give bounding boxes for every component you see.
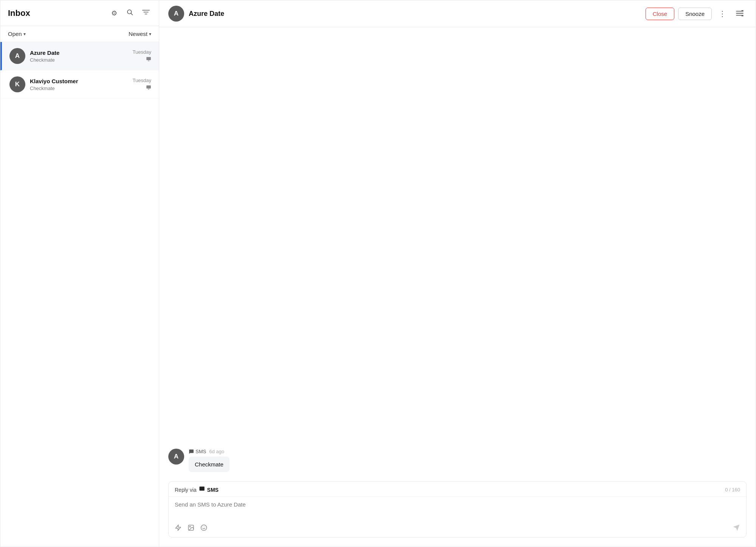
status-filter[interactable]: Open ▾ bbox=[8, 31, 26, 37]
avatar-right-header: A bbox=[168, 6, 184, 22]
filter-button[interactable] bbox=[141, 7, 151, 19]
svg-marker-19 bbox=[733, 525, 740, 531]
reply-footer bbox=[169, 521, 746, 537]
conv-info-klaviyo: Klaviyo Customer Checkmate bbox=[30, 78, 130, 91]
inbox-title: Inbox bbox=[8, 8, 30, 18]
search-button[interactable] bbox=[125, 7, 135, 19]
emoji-icon bbox=[200, 525, 207, 533]
right-panel-title: Azure Date bbox=[189, 10, 224, 18]
message-meta: SMS 6d ago bbox=[189, 449, 230, 454]
emoji-button[interactable] bbox=[200, 524, 207, 533]
conv-name-azure-date: Azure Date bbox=[30, 50, 130, 56]
status-label: Open bbox=[8, 31, 22, 37]
header-icons: ⚙ bbox=[110, 7, 151, 19]
reply-header: Reply via SMS 0 / 160 bbox=[169, 482, 746, 497]
svg-point-16 bbox=[201, 525, 207, 531]
message-content: Checkmate bbox=[195, 461, 224, 468]
settings-button[interactable]: ⚙ bbox=[110, 8, 119, 19]
message-bubble-wrapper: SMS 6d ago Checkmate bbox=[189, 449, 230, 472]
more-options-button[interactable]: ⋮ bbox=[716, 8, 729, 20]
settings-icon: ⚙ bbox=[111, 9, 117, 17]
reply-tools bbox=[175, 524, 207, 533]
conv-meta-azure-date: Tuesday bbox=[133, 49, 151, 63]
filter-icon bbox=[142, 9, 150, 17]
close-button[interactable]: Close bbox=[646, 8, 674, 20]
reply-box: Reply via SMS 0 / 160 bbox=[168, 481, 747, 538]
conversation-list: A Azure Date Checkmate Tuesday K Klaviyo… bbox=[0, 42, 159, 547]
conv-info-azure-date: Azure Date Checkmate bbox=[30, 50, 130, 63]
sort-chevron-icon: ▾ bbox=[149, 31, 151, 37]
reply-channel-label: SMS bbox=[207, 487, 219, 493]
more-icon: ⋮ bbox=[719, 9, 726, 18]
channel-label: SMS bbox=[196, 449, 206, 454]
send-button[interactable] bbox=[733, 524, 740, 533]
right-header-left: A Azure Date bbox=[168, 6, 224, 22]
lightning-button[interactable] bbox=[175, 524, 182, 533]
conv-time-azure-date: Tuesday bbox=[133, 49, 151, 55]
message-bubble: Checkmate bbox=[189, 457, 230, 472]
message-row: A SMS 6d ago Checkmate bbox=[168, 449, 747, 472]
conv-time-klaviyo: Tuesday bbox=[133, 78, 151, 83]
avatar-klaviyo: K bbox=[9, 76, 25, 92]
conversation-body: A SMS 6d ago Checkmate bbox=[159, 27, 756, 481]
reply-via-label: Reply via bbox=[175, 487, 197, 493]
send-icon bbox=[733, 525, 740, 533]
message-channel: SMS bbox=[189, 449, 206, 454]
svg-rect-6 bbox=[146, 85, 151, 89]
conv-name-klaviyo: Klaviyo Customer bbox=[30, 78, 130, 84]
message-time: 6d ago bbox=[209, 449, 224, 454]
filter-bar: Open ▾ Newest ▾ bbox=[0, 26, 159, 42]
list-view-icon bbox=[736, 9, 744, 18]
svg-marker-13 bbox=[175, 525, 181, 531]
conv-channel-icon-azure-date bbox=[146, 56, 151, 63]
conv-channel-icon-klaviyo bbox=[146, 85, 151, 91]
lightning-icon bbox=[175, 525, 182, 533]
svg-rect-12 bbox=[199, 486, 204, 491]
svg-point-15 bbox=[189, 526, 190, 527]
snooze-button[interactable]: Snooze bbox=[678, 8, 712, 20]
conv-meta-klaviyo: Tuesday bbox=[133, 78, 151, 91]
list-view-button[interactable] bbox=[733, 8, 747, 20]
app-container: Inbox ⚙ Open ▾ bbox=[0, 0, 756, 547]
message-avatar: A bbox=[168, 449, 184, 465]
reply-textarea[interactable] bbox=[169, 497, 746, 519]
conv-preview-azure-date: Checkmate bbox=[30, 57, 130, 63]
right-header-actions: Close Snooze ⋮ bbox=[646, 8, 747, 20]
reply-via: Reply via SMS bbox=[175, 486, 219, 493]
search-icon bbox=[126, 9, 133, 17]
sms-channel-icon bbox=[199, 486, 205, 493]
conversation-item-klaviyo[interactable]: K Klaviyo Customer Checkmate Tuesday bbox=[0, 70, 159, 99]
char-count: 0 / 160 bbox=[725, 487, 740, 493]
sort-filter[interactable]: Newest ▾ bbox=[129, 31, 151, 37]
left-header: Inbox ⚙ bbox=[0, 0, 159, 26]
avatar-azure-date: A bbox=[9, 48, 25, 64]
right-header: A Azure Date Close Snooze ⋮ bbox=[159, 0, 756, 27]
image-icon bbox=[188, 525, 194, 533]
sort-label: Newest bbox=[129, 31, 147, 37]
conv-preview-klaviyo: Checkmate bbox=[30, 85, 130, 91]
svg-rect-5 bbox=[146, 57, 151, 60]
right-panel: A Azure Date Close Snooze ⋮ A bbox=[159, 0, 756, 547]
image-button[interactable] bbox=[188, 524, 194, 533]
left-panel: Inbox ⚙ Open ▾ bbox=[0, 0, 159, 547]
conversation-item-azure-date[interactable]: A Azure Date Checkmate Tuesday bbox=[0, 42, 159, 70]
status-chevron-icon: ▾ bbox=[23, 31, 26, 37]
svg-line-1 bbox=[131, 13, 132, 15]
